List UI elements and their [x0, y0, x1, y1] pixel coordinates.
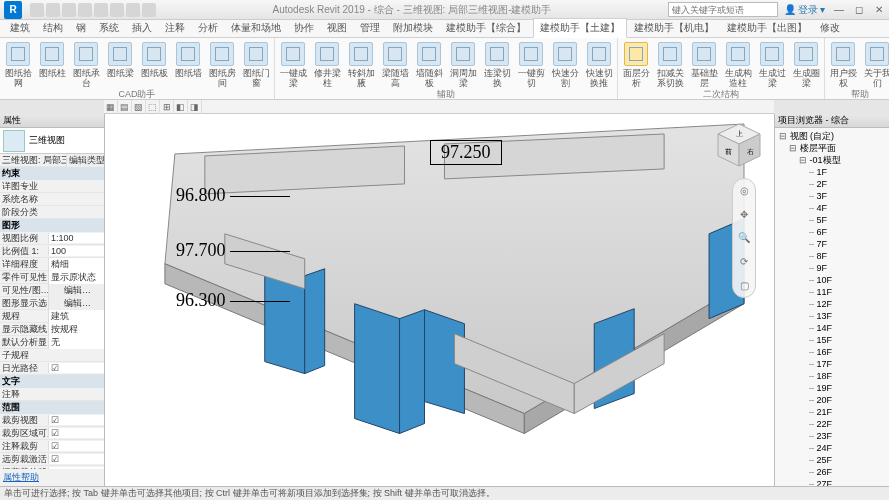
nav-zoom-icon[interactable]: 🔍	[738, 232, 750, 243]
app-icon[interactable]: R	[4, 1, 22, 19]
ribbon-button[interactable]: 一键剪切	[515, 40, 547, 88]
property-value[interactable]: 精细	[48, 258, 104, 271]
ribbon-tab[interactable]: 附加模块	[387, 19, 439, 37]
tree-leaf[interactable]: 18F	[779, 370, 887, 382]
qat-redo-icon[interactable]	[78, 3, 92, 17]
ribbon-button[interactable]: 基础垫层	[688, 40, 720, 88]
ribbon-tab[interactable]: 管理	[354, 19, 386, 37]
property-value[interactable]: 编辑…	[48, 297, 104, 310]
ribbon-button[interactable]: 关于我们	[861, 40, 889, 88]
ribbon-button[interactable]: 墙随斜板	[413, 40, 445, 88]
ribbon-tab[interactable]: 修改	[814, 19, 846, 37]
tree-group[interactable]: 楼层平面	[779, 142, 887, 154]
tree-leaf[interactable]: 24F	[779, 442, 887, 454]
dimension-label[interactable]: 96.800	[176, 185, 290, 206]
project-browser-title[interactable]: 项目浏览器 - 综合	[775, 114, 889, 128]
ribbon-tab[interactable]: 系统	[93, 19, 125, 37]
ribbon-tab[interactable]: 体量和场地	[225, 19, 287, 37]
ribbon-button[interactable]: 图纸梁	[104, 40, 136, 88]
property-value[interactable]	[48, 441, 104, 451]
qat-dropdown-icon[interactable]	[142, 3, 156, 17]
property-value[interactable]	[48, 428, 104, 438]
ribbon-tab[interactable]: 建模助手【机电】	[628, 19, 720, 37]
dimension-label[interactable]: 96.300	[176, 290, 290, 311]
ribbon-button[interactable]: 图纸墙	[172, 40, 204, 88]
ribbon-tab[interactable]: 分析	[192, 19, 224, 37]
ribbon-tab[interactable]: 建模助手【土建】	[533, 18, 627, 38]
ribbon-tab[interactable]: 建模助手【出图】	[721, 19, 813, 37]
ribbon-button[interactable]: 扣减关系切换	[654, 40, 686, 88]
ribbon-button[interactable]: 生成圈梁	[790, 40, 822, 88]
tree-leaf[interactable]: 19F	[779, 382, 887, 394]
properties-instance-selector[interactable]: 三维视图: 局部三维… ▾ 编辑类型	[0, 154, 104, 167]
tree-leaf[interactable]: 22F	[779, 418, 887, 430]
ribbon-button[interactable]: 图纸拾网	[2, 40, 34, 88]
view-cube[interactable]: 上 前 右	[714, 120, 764, 170]
ribbon-button[interactable]: 用户授权	[827, 40, 859, 88]
ribbon-button[interactable]: 面层分析	[620, 40, 652, 88]
vopt-icon[interactable]: ▦	[104, 100, 118, 114]
ribbon-button[interactable]: 转斜加腋	[345, 40, 377, 88]
qat-open-icon[interactable]	[30, 3, 44, 17]
tree-leaf[interactable]: 7F	[779, 238, 887, 250]
property-category[interactable]: 约束	[0, 167, 104, 180]
tree-leaf[interactable]: 12F	[779, 298, 887, 310]
tree-leaf[interactable]: 23F	[779, 430, 887, 442]
nav-pan-icon[interactable]: ✥	[740, 209, 748, 220]
help-search-input[interactable]	[672, 5, 774, 15]
vopt-icon[interactable]: ◧	[174, 100, 188, 114]
property-category[interactable]: 范围	[0, 401, 104, 414]
qat-more-icon[interactable]	[110, 3, 124, 17]
tree-leaf[interactable]: 16F	[779, 346, 887, 358]
vopt-icon[interactable]: ⬚	[146, 100, 160, 114]
vopt-icon[interactable]: ▤	[118, 100, 132, 114]
close-button[interactable]: ✕	[869, 3, 889, 17]
ribbon-button[interactable]: 修井梁柱	[311, 40, 343, 88]
ribbon-tab[interactable]: 钢	[70, 19, 92, 37]
ribbon-button[interactable]: 快速切换推	[583, 40, 615, 88]
tree-leaf[interactable]: 25F	[779, 454, 887, 466]
dimension-label[interactable]: 97.700	[176, 240, 290, 261]
nav-wheel-icon[interactable]: ◎	[740, 185, 749, 196]
tree-leaf[interactable]: 1F	[779, 166, 887, 178]
nav-orbit-icon[interactable]: ⟳	[740, 256, 748, 267]
tree-leaf[interactable]: 4F	[779, 202, 887, 214]
tree-leaf[interactable]: 5F	[779, 214, 887, 226]
tree-leaf[interactable]: 21F	[779, 406, 887, 418]
property-value[interactable]: 无	[48, 336, 104, 349]
properties-help-link[interactable]: 属性帮助	[0, 469, 104, 486]
ribbon-tab[interactable]: 建筑	[4, 19, 36, 37]
ribbon-tab[interactable]: 建模助手【综合】	[440, 19, 532, 37]
tree-leaf[interactable]: 13F	[779, 310, 887, 322]
tree-leaf[interactable]: 8F	[779, 250, 887, 262]
vopt-icon[interactable]: ▧	[132, 100, 146, 114]
ribbon-button[interactable]: 生成过梁	[756, 40, 788, 88]
qat-more2-icon[interactable]	[126, 3, 140, 17]
property-category[interactable]: 图形	[0, 219, 104, 232]
property-value[interactable]: 编辑…	[48, 284, 104, 297]
tree-leaf[interactable]: 15F	[779, 334, 887, 346]
property-value[interactable]	[48, 363, 104, 373]
tree-leaf[interactable]: 11F	[779, 286, 887, 298]
tree-leaf[interactable]: 6F	[779, 226, 887, 238]
property-category[interactable]: 文字	[0, 375, 104, 388]
ribbon-button[interactable]: 连梁切换	[481, 40, 513, 88]
minimize-button[interactable]: —	[829, 3, 849, 17]
ribbon-button[interactable]: 一键成梁	[277, 40, 309, 88]
qat-undo-icon[interactable]	[62, 3, 76, 17]
tree-node[interactable]: -01模型	[779, 154, 887, 166]
ribbon-tab[interactable]: 结构	[37, 19, 69, 37]
property-value[interactable]: 建筑	[48, 310, 104, 323]
properties-type-selector[interactable]: 三维视图	[0, 128, 104, 154]
navigation-bar[interactable]: ◎ ✥ 🔍 ⟳ ▢	[732, 178, 756, 298]
property-value[interactable]: 100	[48, 246, 104, 256]
ribbon-button[interactable]: 图纸门窗	[240, 40, 272, 88]
tree-leaf[interactable]: 17F	[779, 358, 887, 370]
tree-leaf[interactable]: 9F	[779, 262, 887, 274]
tree-leaf[interactable]: 3F	[779, 190, 887, 202]
tree-leaf[interactable]: 10F	[779, 274, 887, 286]
vopt-icon[interactable]: ◨	[188, 100, 202, 114]
qat-print-icon[interactable]	[94, 3, 108, 17]
qat-save-icon[interactable]	[46, 3, 60, 17]
property-value[interactable]: 显示原状态	[48, 271, 104, 284]
